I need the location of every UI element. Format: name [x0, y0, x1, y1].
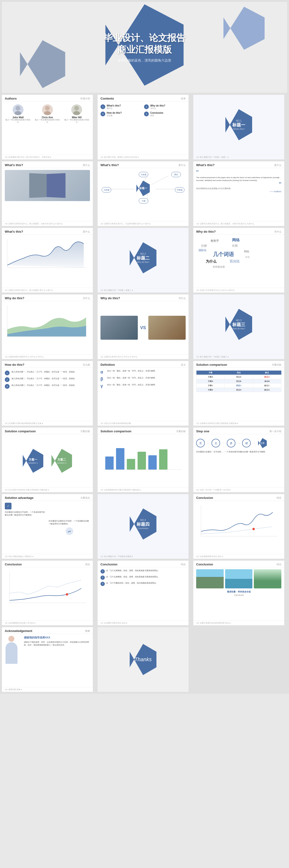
- slide-wordcloud-tag: 为什么: [274, 230, 281, 234]
- slide-conc-line2-tag: 结论: [85, 563, 90, 566]
- author-1-desc: 输入一些主要的信息来介绍自己: [5, 119, 31, 124]
- thanks-hex: Thanks: [128, 644, 159, 675]
- author-2-desc: 输入一些主要的信息来介绍自己: [34, 119, 61, 124]
- slide-areachart-title: Why do this?: [5, 297, 24, 300]
- svg-point-28: [66, 593, 68, 596]
- slide-authors-title: Authors: [5, 97, 17, 100]
- slide-whats1-body: [2, 168, 93, 221]
- slide-areachart-body: [2, 301, 93, 354]
- hero-title-line1: 毕业设计、论文报告: [104, 32, 185, 44]
- slide-conc-line1-tag: 结论: [277, 496, 281, 500]
- svg-point-7: [74, 106, 79, 111]
- step-1: 1 插入具体步骤一，可以插入「几个字」来概括，也可以是「一段话」来描述。: [5, 371, 90, 375]
- slide-headline1-body: NO.1 标题一 What's this?: [193, 95, 284, 155]
- content-2-sub: 为什么: [150, 107, 165, 110]
- step-icon-can: 参: [227, 439, 235, 447]
- slide-headline2: NO.2 标题二 Why do this? 1分 插入视频介绍一下标题二 标题二…: [98, 228, 189, 292]
- step-result-hex: 结果: [257, 438, 267, 448]
- slides-grid: Authors 作者介绍 John Wall: [2, 95, 287, 692]
- slide-sol-barchart-footer: 1分 以条形图来对比方案之间的差别 方案比较 ●: [98, 487, 189, 492]
- row4-col3: 缺点D: [253, 388, 281, 392]
- slide-howdo-steps-header: How do this? 怎么做: [2, 361, 93, 368]
- slide-quote-title: What's this?: [196, 163, 215, 167]
- slide-sol-barchart-title: Solution comparison: [100, 430, 131, 433]
- slide-definition-footer: 1分 以定义方式展示如何做到的步骤: [98, 421, 189, 426]
- arrow-2: →: [221, 441, 226, 445]
- slide-authors-header: Authors 作者介绍: [2, 95, 93, 101]
- content-3-sub: 怎么做: [107, 114, 122, 117]
- headline4-no: NO.4: [140, 519, 146, 521]
- step-list: 1 插入具体步骤一，可以插入「几个字」来概括，也可以是「一段话」来描述。 2 插…: [5, 371, 90, 389]
- wc-word-1: 有利于: [211, 239, 219, 243]
- slide-conc-list-header: Conclusion 结论: [98, 561, 189, 567]
- svg-point-1: [15, 106, 20, 111]
- hero-subtitle: 使用舒服的蓝色，漂亮的圆角六边形: [104, 58, 185, 63]
- photo-subcaption: 方案优势说明: [196, 594, 281, 596]
- slide-headline4: NO.4 标题四 Conclusion 1分 插入视频介绍一下标题四 标题四 ●: [98, 494, 189, 559]
- slide-ack-header: Acknowledgement 致谢: [2, 627, 93, 634]
- word-cloud: 有利于 网络 分析 国际化 比较 几个词语 为什么 百分比 时间复杂度 对比 情…: [196, 237, 281, 272]
- def-item-1: α 给出一组「概念」或者一组「符号」的定义，并进行解释。: [100, 370, 186, 375]
- slide-mindmap-title: What's this?: [100, 163, 119, 167]
- slide-step-one-title: Step one: [196, 430, 209, 433]
- slide-conc-line2-footer: 1分 以折线图展示结论第二页 结论 ●: [2, 620, 93, 625]
- row4-col2: 优点D: [225, 388, 253, 392]
- slide-sol-adv-footer: 1分 对比方案的优缺点 方案优点 ●: [2, 554, 93, 559]
- svg-rect-21: [137, 452, 146, 470]
- slide-headline4-footer: 1分 插入视频介绍一下标题四 标题四 ●: [98, 554, 189, 559]
- row1-col1: 方案A: [196, 375, 225, 379]
- slide-conc-photos-body: 重质轻量・带来更多价值 方案优势说明: [193, 567, 284, 620]
- wc-word-7: 为什么: [206, 259, 217, 264]
- conc-line1-svg: [196, 503, 281, 537]
- headline4-sub: Conclusion: [138, 527, 149, 529]
- slide-vs-footer: 1分 以图代文来对比为什么 为什么 ● 为什么: [98, 354, 189, 359]
- slide-mindmap-header: What's this? 是什么: [98, 161, 189, 168]
- step-num-3: 3: [5, 384, 9, 389]
- conc-text-3: 从「几个方案的对比」结论」说明，你们也因此来加深受众。: [106, 582, 158, 586]
- ack-thank-title: 感谢我的指导老师XXX: [24, 636, 90, 640]
- book-image-container: [5, 170, 90, 204]
- quote-close: ": [196, 183, 281, 186]
- col-header-1: 方案: [196, 371, 225, 375]
- slide-sol-barchart-body: [98, 434, 189, 487]
- author-3-name: Mike Hill: [72, 116, 82, 119]
- slide-contents-title: Contents: [100, 97, 114, 100]
- slide-conc-line1-title: Conclusion: [196, 496, 213, 500]
- step-icon-yi: 意: [196, 439, 205, 447]
- quote-open: ": [196, 170, 281, 175]
- conc-item-3: 3 从「几个方案的对比」结论」说明，你们也因此来加深受众。: [100, 582, 186, 586]
- sol-hex-2: 方案二 Solution 2: [50, 449, 74, 473]
- svg-rect-22: [148, 455, 157, 470]
- slide-howdo-steps-footer: 1分 以步骤方式展示如何做到的步骤 怎么做 ●: [2, 421, 93, 426]
- slide-authors-tag: 作者介绍: [81, 97, 90, 100]
- step-one-desc: 对步骤进行必要的「文字说明」，一个具体的细节的解决步骤一般是用开文字解释。: [196, 451, 281, 454]
- row4-col1: 方案D: [196, 388, 225, 392]
- slide-wordcloud-header: Why do this? 为什么: [193, 228, 284, 235]
- person-container: [5, 636, 18, 669]
- slide-headline1-footer: 1分 插入视频介绍一下标题一 标题一 ●: [193, 155, 284, 159]
- slide-conc-line1-body: [193, 501, 284, 554]
- content-1-main: What's this?: [107, 104, 121, 107]
- conc-item-2: 2 从「几个点来阐述」结论」说明，但此其他多方面来加深受众。: [100, 576, 186, 580]
- author-1-name: John Wall: [12, 116, 24, 119]
- conc-text-1: 从「几个点来阐述」结论」说明，但此其他多方面来加深受众。: [106, 569, 160, 574]
- headline2-sub: Why do this?: [137, 261, 149, 263]
- bar-chart-svg: [100, 436, 186, 471]
- author-3-avatar: [71, 104, 82, 115]
- content-2-main: Why do this?: [150, 104, 165, 107]
- main-container: 毕业设计、论文报告 商业汇报模版 使用舒服的蓝色，漂亮的圆角六边形 Author…: [0, 0, 289, 694]
- slide-sol-adv-header: Solution advantage 方案优点: [2, 494, 93, 501]
- slide-quote-tag: 是什么: [274, 163, 281, 167]
- row2-col1: 方案B: [196, 379, 225, 383]
- slide-whats1-header: What's this? 是什么: [2, 161, 93, 168]
- slide-mindmap-footer: 1分 以图代文来表示是什么，六边形关键词 是什么 ● 是什么: [98, 221, 189, 226]
- quote-text: The method proposed in this paper aims t…: [196, 176, 281, 182]
- photo-2: [225, 569, 253, 588]
- step-num-2: 2: [5, 377, 9, 382]
- headline2-main: 标题二: [137, 255, 150, 261]
- wc-word-9: 时间复杂度: [213, 265, 225, 269]
- slide-linegraph-header: What's this? 是什么: [2, 228, 93, 235]
- headline2-no: NO.2: [140, 252, 146, 255]
- slide-areachart-tag: 为什么: [83, 297, 90, 300]
- book-image: [5, 170, 90, 201]
